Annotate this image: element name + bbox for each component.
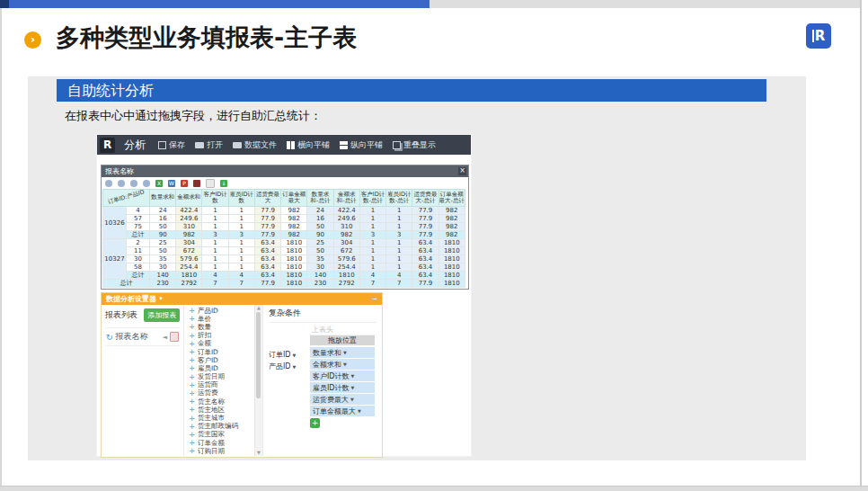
field-label: 货主邮政编码 (198, 423, 238, 431)
toolbar-button-cascade[interactable]: 重叠显示 (393, 139, 436, 151)
move-icon: + (189, 389, 195, 397)
slide-bottom-edge (0, 486, 868, 491)
pivot-cell: 1810 (281, 263, 307, 272)
scroll-down-icon[interactable]: ▼ (255, 450, 262, 456)
export-toolbar: XWP↓ (102, 177, 468, 189)
field-item[interactable]: +订购日期 (189, 447, 253, 455)
field-item[interactable]: +货主城市 (189, 414, 253, 422)
nav-first-icon[interactable] (105, 180, 112, 187)
toolbar-button-tile-vertical[interactable]: 纵向平铺 (340, 139, 383, 151)
pivot-cell: 982 (281, 215, 307, 223)
field-item[interactable]: +货主邮政编码 (189, 423, 253, 431)
sub-cell: 2 (127, 239, 150, 247)
row-field[interactable]: 订单ID▼ (269, 349, 308, 361)
pivot-cell: 50 (307, 247, 333, 255)
nav-prev-icon[interactable] (118, 180, 125, 187)
toolbar-button-tile-horizontal[interactable]: 横向平铺 (287, 139, 330, 151)
download-icon[interactable]: ↓ (220, 180, 227, 187)
field-label: 订单ID (198, 348, 218, 356)
measure-pill[interactable]: 金额求和▼ (310, 359, 375, 370)
pivot-cell: 1 (228, 247, 254, 255)
row-field[interactable]: 产品ID▼ (269, 361, 308, 372)
field-label: 单价 (198, 315, 211, 323)
field-label: 订单金额 (198, 439, 225, 447)
pivot-cell: 63.4 (254, 272, 280, 280)
add-measure-button[interactable]: + (310, 418, 320, 428)
measure-pill[interactable]: 数量求和▼ (310, 347, 375, 358)
field-item[interactable]: +订单ID (189, 348, 253, 356)
pivot-cell: 982 (438, 215, 465, 223)
field-item[interactable]: +订单金额 (189, 439, 253, 447)
field-item[interactable]: +雇员ID (189, 364, 253, 372)
report-item-label: 报表名称 (116, 331, 148, 343)
field-item[interactable]: +产品ID (189, 307, 253, 315)
pivot-cell: 1 (386, 255, 412, 263)
report-list-item[interactable]: ↻ 报表名称 ◄ (105, 327, 180, 346)
pivot-cell: 4 (386, 272, 412, 280)
measure-pill[interactable]: 客户ID计数▼ (310, 370, 375, 381)
move-icon: + (189, 356, 195, 364)
measure-pill[interactable]: 运货费最大▼ (310, 394, 375, 405)
page-icon[interactable] (206, 179, 215, 188)
subtotal-label: 总计 (127, 272, 150, 280)
toolbar-button-save[interactable]: 保存 (158, 139, 185, 151)
cascade-icon (393, 141, 401, 149)
pivot-cell: 1 (359, 239, 385, 247)
toolbar-button-open-folder[interactable]: 打开 (195, 139, 223, 151)
pivot-cell: 3 (386, 231, 412, 239)
pivot-cell: 3 (359, 231, 385, 239)
measure-pill[interactable]: 雇员ID计数▼ (310, 382, 375, 393)
field-item[interactable]: +金额 (189, 340, 253, 348)
pivot-cell: 2792 (333, 280, 359, 288)
field-item[interactable]: +货主名称 (189, 397, 253, 406)
pivot-cell: 1810 (438, 280, 465, 288)
pivot-table: 订单ID:产品ID数量求和金额求和客户ID计数雇员ID计数运货费最大订单金额最大… (102, 189, 465, 288)
report-list-label: 报表列表 (105, 309, 137, 321)
pivot-cell: 77.9 (412, 215, 438, 223)
field-item[interactable]: +货主国家 (189, 431, 253, 439)
dropdown-arrow-icon: ▼ (293, 364, 297, 370)
pivot-cell: 982 (438, 207, 465, 215)
row-fields: 订单ID▼产品ID▼ (269, 349, 308, 372)
field-item[interactable]: +发货日期 (189, 373, 253, 381)
table-row: 10326424422.41177.998224422.41177.9982 (103, 207, 465, 215)
nav-last-icon[interactable] (143, 180, 150, 187)
word-export-icon[interactable]: W (168, 180, 175, 187)
field-item[interactable]: +折扣 (189, 332, 253, 340)
drop-zone[interactable]: 拖放位置 (310, 335, 375, 345)
pivot-cell: 579.6 (333, 255, 359, 263)
toolbar-button-data-file[interactable]: 数据文件 (233, 139, 277, 151)
scrollbar-thumb[interactable] (256, 312, 261, 398)
field-item[interactable]: +货主地区 (189, 406, 253, 414)
field-item[interactable]: +运货费 (189, 389, 253, 397)
measure-pill[interactable]: 订单金额最大▼ (310, 406, 375, 416)
measure-label: 客户ID计数 (313, 371, 350, 381)
pdf-export-icon[interactable]: P (181, 180, 188, 187)
toolbar-button-label: 横向平铺 (297, 139, 330, 151)
nav-next-icon[interactable] (130, 180, 137, 187)
close-icon[interactable]: × (458, 167, 466, 175)
pivot-cell: 1 (228, 263, 254, 272)
add-report-button[interactable]: 添加报表 (144, 308, 180, 322)
move-icon: + (189, 348, 195, 356)
delete-icon[interactable] (170, 332, 179, 342)
excel-export-icon[interactable]: X (155, 180, 163, 187)
pivot-cell: 230 (150, 280, 176, 288)
field-item[interactable]: +数量 (189, 323, 253, 331)
complex-condition-link[interactable]: 复杂条件 (269, 308, 376, 323)
field-item[interactable]: +客户ID (189, 356, 253, 364)
speaker-icon[interactable]: ◄ (163, 334, 167, 341)
pivot-cell: 982 (281, 207, 307, 215)
refresh-icon[interactable]: ↻ (106, 333, 113, 342)
field-list-scrollbar[interactable]: ▲ ▼ (254, 305, 262, 456)
scroll-up-icon[interactable]: ▲ (255, 305, 262, 311)
pivot-cell: 1 (386, 239, 412, 247)
field-item[interactable]: +运货商 (189, 381, 253, 389)
measure-label: 雇员ID计数 (313, 383, 350, 393)
field-item[interactable]: +单价 (189, 315, 253, 323)
print-icon[interactable] (193, 180, 200, 187)
pivot-cell: 90 (150, 231, 176, 239)
measure-label: 数量求和 (313, 348, 341, 358)
collapse-button[interactable]: − (371, 293, 377, 305)
page-title: 多种类型业务填报表-主子表 (56, 22, 357, 54)
